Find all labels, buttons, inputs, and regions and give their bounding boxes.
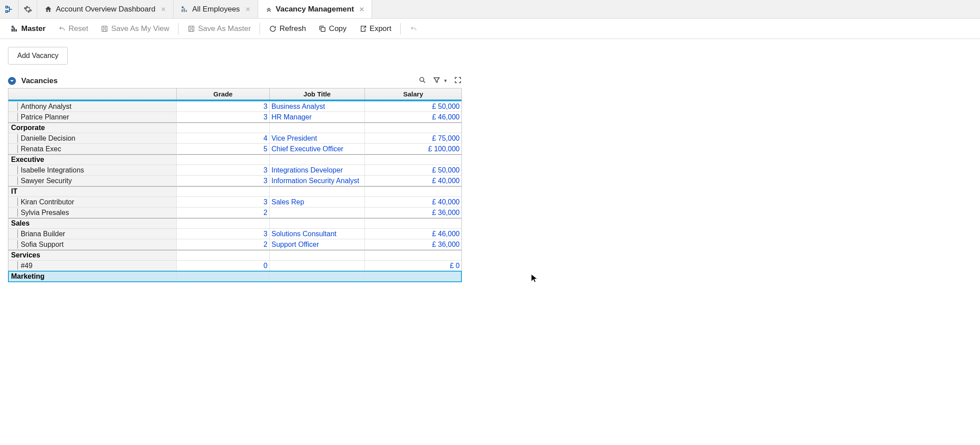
row-job-cell[interactable]: HR Manager	[270, 112, 365, 123]
table-row[interactable]: │Kiran Contributor3Sales Rep£ 40,000	[8, 197, 461, 207]
row-name-cell[interactable]: Corporate	[8, 123, 177, 133]
row-job-cell[interactable]	[270, 186, 365, 197]
row-job-cell[interactable]	[270, 271, 365, 282]
row-salary-cell[interactable]: £ 36,000	[365, 239, 461, 250]
row-grade-cell[interactable]	[177, 154, 270, 165]
row-name-cell[interactable]: │Anthony Analyst	[8, 101, 177, 112]
row-name-cell[interactable]: Services	[8, 250, 177, 261]
filter-dropdown-icon[interactable]: ▼	[443, 78, 448, 83]
tab-vacancy-management[interactable]: Vacancy Management ✕	[258, 0, 372, 18]
row-grade-cell[interactable]: 2	[177, 207, 270, 218]
tree-toggle-icon[interactable]	[0, 0, 19, 18]
tab-all-employees[interactable]: All Employees ✕	[174, 0, 258, 18]
row-name-cell[interactable]: IT	[8, 186, 177, 197]
table-row[interactable]: │Sawyer Security3Information Security An…	[8, 176, 461, 186]
add-vacancy-button[interactable]: Add Vacancy	[8, 47, 68, 65]
row-salary-cell[interactable]: £ 46,000	[365, 229, 461, 239]
row-grade-cell[interactable]: 3	[177, 197, 270, 207]
row-job-cell[interactable]: Chief Executive Officer	[270, 144, 365, 154]
row-grade-cell[interactable]: 3	[177, 101, 270, 112]
row-job-cell[interactable]	[270, 207, 365, 218]
row-grade-cell[interactable]: 4	[177, 133, 270, 144]
row-name-cell[interactable]: │#49	[8, 261, 177, 271]
row-name-cell[interactable]: │Danielle Decision	[8, 133, 177, 144]
row-name-cell[interactable]: │Renata Exec	[8, 144, 177, 154]
undo-small-button[interactable]	[403, 25, 424, 33]
expand-icon[interactable]	[454, 76, 462, 85]
row-salary-cell[interactable]: £ 50,000	[365, 101, 461, 112]
table-row[interactable]: │Anthony Analyst3Business Analyst£ 50,00…	[8, 101, 461, 112]
search-icon[interactable]	[418, 76, 426, 85]
column-header-name[interactable]	[8, 88, 177, 100]
row-salary-cell[interactable]: £ 75,000	[365, 133, 461, 144]
row-grade-cell[interactable]	[177, 271, 270, 282]
row-name-cell[interactable]: │Sofia Support	[8, 239, 177, 250]
row-job-cell[interactable]: Solutions Consultant	[270, 229, 365, 239]
column-header-salary[interactable]: Salary	[365, 88, 461, 100]
column-header-job-title[interactable]: Job Title	[270, 88, 365, 100]
row-salary-cell[interactable]: £ 0	[365, 261, 461, 271]
master-toggle[interactable]: Master	[4, 24, 52, 33]
table-row[interactable]: Marketing	[8, 271, 461, 282]
row-grade-cell[interactable]: 5	[177, 144, 270, 154]
table-row[interactable]: Sales	[8, 218, 461, 229]
gear-icon[interactable]	[19, 0, 37, 18]
table-row[interactable]: │Renata Exec5Chief Executive Officer£ 10…	[8, 144, 461, 154]
row-salary-cell[interactable]: £ 40,000	[365, 176, 461, 186]
row-name-cell[interactable]: Sales	[8, 218, 177, 229]
row-name-cell[interactable]: │Isabelle Integrations	[8, 165, 177, 176]
collapse-icon[interactable]	[8, 77, 16, 85]
row-grade-cell[interactable]: 3	[177, 176, 270, 186]
row-name-cell[interactable]: │Sawyer Security	[8, 176, 177, 186]
row-job-cell[interactable]: Support Officer	[270, 239, 365, 250]
copy-button[interactable]: Copy	[312, 24, 353, 33]
row-name-cell[interactable]: │Sylvia Presales	[8, 207, 177, 218]
table-row[interactable]: │Briana Builder3Solutions Consultant£ 46…	[8, 229, 461, 239]
row-salary-cell[interactable]	[365, 250, 461, 261]
table-row[interactable]: │Sylvia Presales2£ 36,000	[8, 207, 461, 218]
row-grade-cell[interactable]	[177, 218, 270, 229]
table-row[interactable]: │#490£ 0	[8, 261, 461, 271]
table-row[interactable]: Services	[8, 250, 461, 261]
save-view-button[interactable]: Save As My View	[94, 24, 175, 33]
row-grade-cell[interactable]	[177, 250, 270, 261]
row-job-cell[interactable]: Vice President	[270, 133, 365, 144]
table-row[interactable]: │Patrice Planner3HR Manager£ 46,000	[8, 112, 461, 123]
row-job-cell[interactable]: Information Security Analyst	[270, 176, 365, 186]
close-icon[interactable]: ✕	[359, 6, 364, 13]
row-salary-cell[interactable]	[365, 271, 461, 282]
row-grade-cell[interactable]: 0	[177, 261, 270, 271]
row-salary-cell[interactable]	[365, 154, 461, 165]
row-grade-cell[interactable]	[177, 186, 270, 197]
row-grade-cell[interactable]: 2	[177, 239, 270, 250]
row-salary-cell[interactable]: £ 40,000	[365, 197, 461, 207]
refresh-button[interactable]: Refresh	[263, 24, 312, 33]
row-salary-cell[interactable]	[365, 218, 461, 229]
row-job-cell[interactable]	[270, 218, 365, 229]
row-salary-cell[interactable]: £ 50,000	[365, 165, 461, 176]
row-name-cell[interactable]: │Kiran Contributor	[8, 197, 177, 207]
table-row[interactable]: │Danielle Decision4Vice President£ 75,00…	[8, 133, 461, 144]
row-job-cell[interactable]	[270, 154, 365, 165]
row-job-cell[interactable]: Business Analyst	[270, 101, 365, 112]
column-header-grade[interactable]: Grade	[177, 88, 270, 100]
row-grade-cell[interactable]: 3	[177, 112, 270, 123]
row-salary-cell[interactable]: £ 46,000	[365, 112, 461, 123]
table-row[interactable]: Executive	[8, 154, 461, 165]
table-row[interactable]: │Sofia Support2Support Officer£ 36,000	[8, 239, 461, 250]
close-icon[interactable]: ✕	[161, 6, 166, 13]
row-grade-cell[interactable]: 3	[177, 229, 270, 239]
row-name-cell[interactable]: Marketing	[8, 271, 177, 282]
row-grade-cell[interactable]: 3	[177, 165, 270, 176]
row-job-cell[interactable]: Sales Rep	[270, 197, 365, 207]
row-salary-cell[interactable]: £ 100,000	[365, 144, 461, 154]
row-salary-cell[interactable]	[365, 123, 461, 133]
row-name-cell[interactable]: │Patrice Planner	[8, 112, 177, 123]
row-job-cell[interactable]	[270, 250, 365, 261]
tab-account-overview[interactable]: Account Overview Dashboard ✕	[37, 0, 174, 18]
row-job-cell[interactable]	[270, 123, 365, 133]
row-job-cell[interactable]	[270, 261, 365, 271]
row-name-cell[interactable]: │Briana Builder	[8, 229, 177, 239]
close-icon[interactable]: ✕	[245, 6, 251, 13]
row-job-cell[interactable]: Integrations Developer	[270, 165, 365, 176]
